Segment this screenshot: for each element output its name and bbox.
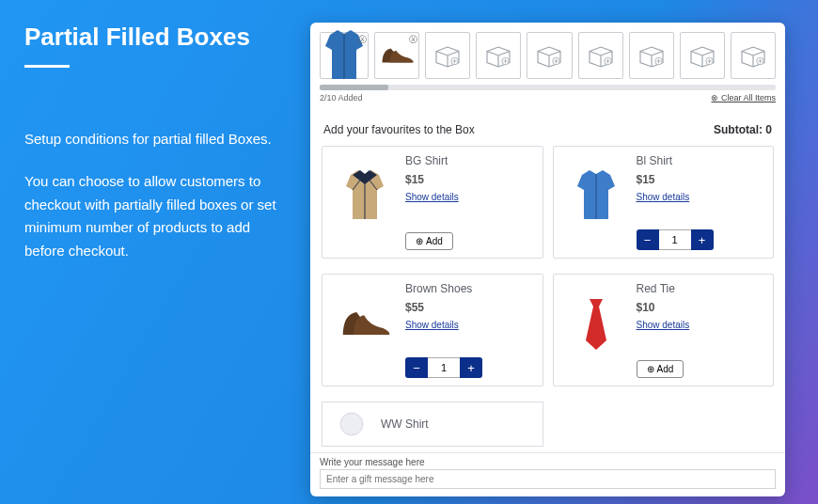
product-price: $15 — [405, 173, 533, 186]
gift-message-label: Write your message here — [310, 453, 785, 469]
qty-minus-button[interactable]: − — [637, 229, 659, 250]
product-price: $10 — [637, 301, 764, 314]
info-panel: Partial Filled Boxes Setup conditions fo… — [0, 0, 310, 504]
remove-icon[interactable]: ⓧ — [358, 34, 367, 46]
product-card: Red Tie $10 Show details ⊕ Add — [553, 274, 775, 386]
box-slot-filled[interactable]: ⓧ — [320, 32, 369, 79]
box-slot-filled[interactable]: ⓧ — [374, 32, 419, 79]
product-card-partial: WW Shirt — [322, 402, 543, 447]
product-card: Brown Shoes $55 Show details − + — [322, 274, 543, 386]
quantity-stepper[interactable]: − + — [405, 357, 482, 378]
gift-message-block: Write your message here — [310, 452, 785, 496]
box-builder-window: ⓧ ⓧ — [310, 23, 785, 496]
product-name: WW Shirt — [381, 417, 429, 431]
box-slot-empty[interactable] — [527, 32, 572, 79]
box-slot-empty[interactable] — [731, 32, 776, 79]
box-slot-empty[interactable] — [629, 32, 674, 79]
box-icon — [484, 43, 512, 68]
show-details-link[interactable]: Show details — [637, 192, 764, 202]
qty-minus-button[interactable]: − — [405, 357, 428, 378]
product-name: Bl Shirt — [637, 154, 764, 167]
product-card: BG Shirt $15 Show details ⊕ Add — [322, 146, 543, 259]
progress-track — [320, 85, 776, 90]
box-icon — [688, 43, 716, 68]
product-price: $15 — [637, 173, 764, 186]
qty-input[interactable] — [428, 357, 460, 378]
box-slot-empty[interactable] — [425, 32, 470, 79]
description-para-2: You can choose to allow customers to che… — [24, 170, 286, 263]
qty-plus-button[interactable]: + — [691, 229, 714, 250]
title-underline — [24, 65, 70, 68]
box-slot-empty[interactable] — [578, 32, 623, 79]
product-image — [332, 282, 398, 365]
product-name: Brown Shoes — [405, 282, 533, 295]
description-para-1: Setup conditions for partial filled Boxe… — [24, 128, 286, 151]
show-details-link[interactable]: Show details — [405, 192, 533, 202]
box-icon — [535, 43, 563, 68]
add-button[interactable]: ⊕ Add — [637, 360, 684, 378]
subtotal: Subtotal: 0 — [714, 123, 772, 136]
progress-count: 2/10 Added — [320, 93, 363, 102]
box-slots-row: ⓧ ⓧ — [310, 23, 785, 83]
product-image — [332, 407, 371, 441]
progress-meta: 2/10 Added ⊗ Clear All Items — [310, 90, 785, 108]
page-title: Partial Filled Boxes — [24, 23, 286, 52]
page-description: Setup conditions for partial filled Boxe… — [24, 128, 286, 263]
qty-input[interactable] — [659, 229, 691, 250]
product-price: $55 — [405, 301, 533, 314]
product-name: BG Shirt — [405, 154, 533, 167]
product-name: Red Tie — [637, 282, 764, 295]
show-details-link[interactable]: Show details — [637, 320, 764, 330]
product-image — [563, 282, 629, 365]
clear-all-link[interactable]: ⊗ Clear All Items — [711, 93, 776, 102]
show-details-link[interactable]: Show details — [405, 320, 533, 330]
product-image — [563, 154, 629, 237]
qty-plus-button[interactable]: + — [460, 357, 482, 378]
box-slot-empty[interactable] — [680, 32, 725, 79]
section-title: Add your favourites to the Box — [323, 123, 475, 136]
box-icon — [637, 43, 666, 68]
gift-message-input[interactable] — [320, 469, 776, 489]
box-icon — [587, 43, 615, 68]
svg-point-7 — [340, 413, 363, 435]
section-header: Add your favourites to the Box Subtotal:… — [310, 108, 785, 146]
product-grid: BG Shirt $15 Show details ⊕ Add Bl Shirt… — [310, 146, 785, 452]
box-icon — [433, 43, 462, 68]
product-card: Bl Shirt $15 Show details − + — [553, 146, 775, 259]
add-button[interactable]: ⊕ Add — [405, 232, 453, 250]
quantity-stepper[interactable]: − + — [637, 229, 714, 250]
remove-icon[interactable]: ⓧ — [409, 34, 417, 46]
box-slot-empty[interactable] — [476, 32, 521, 79]
box-icon — [739, 43, 767, 68]
product-image — [332, 154, 398, 237]
